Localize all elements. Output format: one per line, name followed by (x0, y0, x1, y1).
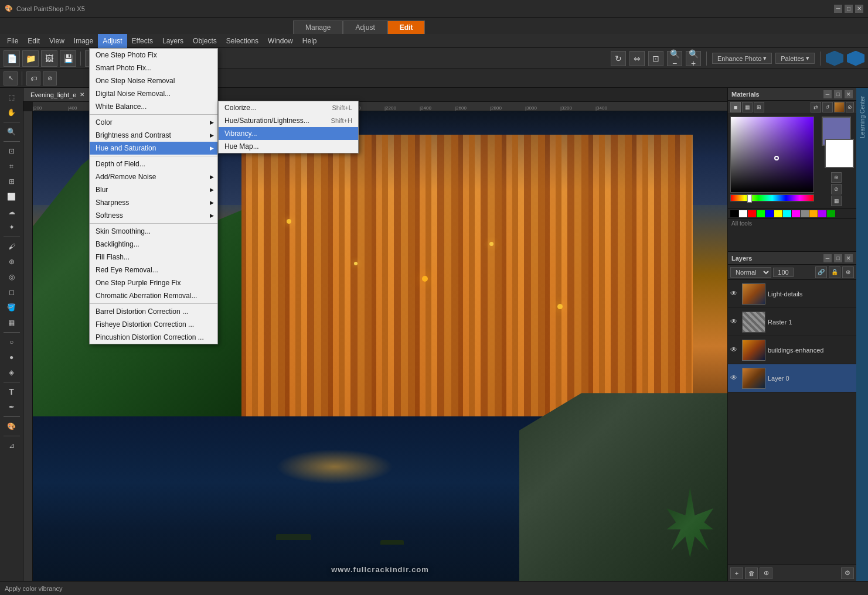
tool-dodge[interactable]: ○ (3, 335, 21, 349)
layer-row-layer0[interactable]: 👁 Layer 0 (728, 364, 856, 392)
canvas-tab-active[interactable]: Evening_light_e ✕ (23, 88, 92, 101)
tool-text[interactable]: T (3, 385, 21, 399)
palette-magenta[interactable] (792, 210, 800, 217)
tool-pan[interactable]: ✋ (3, 105, 21, 119)
hue-slider[interactable] (730, 194, 814, 201)
link-layers-btn[interactable]: 🔗 (815, 266, 827, 278)
menu-view[interactable]: View (45, 34, 69, 48)
palette-yellow[interactable] (774, 210, 782, 217)
tool-fill[interactable]: 🪣 (3, 300, 21, 314)
layer-eye-layer0[interactable]: 👁 (730, 374, 740, 383)
color-solid-btn[interactable]: ■ (730, 102, 741, 112)
tool-magic-wand[interactable]: ✦ (3, 220, 21, 234)
layer-eye-raster1[interactable]: 👁 (730, 317, 740, 327)
transparent-btn[interactable]: ⊘ (846, 102, 854, 112)
color-gradient-box[interactable] (730, 117, 814, 206)
lc-icon-2[interactable] (847, 51, 864, 66)
adj-add-remove-noise[interactable]: Add/Remove Noise (90, 170, 217, 183)
color-pattern-btn[interactable]: ⊞ (754, 102, 764, 112)
zoom-in-btn[interactable]: 🔍+ (686, 51, 701, 66)
tool-heal[interactable]: ◎ (3, 270, 21, 284)
tool-clone[interactable]: ⊕ (3, 255, 21, 269)
layer-settings-btn[interactable]: ⚙ (841, 567, 854, 579)
adj-fill-flash[interactable]: Fill Flash... (90, 251, 217, 264)
tool-select[interactable]: ⬚ (3, 90, 21, 104)
layers-detach-btn[interactable]: □ (834, 254, 842, 262)
zoom-out-btn[interactable]: 🔍− (667, 51, 682, 66)
adj-purple-fringe[interactable]: One Step Purple Fringe Fix (90, 276, 217, 289)
swap-colors-btn[interactable]: ⇄ (811, 102, 821, 112)
color-gradient-btn[interactable]: ▦ (742, 102, 753, 112)
tool-freehand[interactable]: ☁ (3, 205, 21, 219)
adj-softness[interactable]: Softness (90, 209, 217, 222)
menu-selections[interactable]: Selections (222, 34, 263, 48)
sub-colorize[interactable]: Colorize... Shift+L (219, 101, 358, 114)
clear-tag-btn[interactable]: ⊘ (43, 71, 57, 86)
palette-red[interactable] (748, 210, 756, 217)
background-color-swatch[interactable] (825, 139, 854, 168)
adj-barrel[interactable]: Barrel Distortion Correction ... (90, 305, 217, 318)
layer-eye-light-details[interactable]: 👁 (730, 289, 740, 299)
palette-white[interactable] (739, 210, 747, 217)
lc-icon-1[interactable] (826, 51, 843, 66)
resize-btn[interactable]: ⊡ (648, 51, 663, 66)
menu-image[interactable]: Image (69, 34, 98, 48)
menu-objects[interactable]: Objects (188, 34, 222, 48)
palette-gray[interactable] (801, 210, 809, 217)
layer-row-raster1[interactable]: 👁 Raster 1 (728, 308, 856, 336)
tool-gradient[interactable]: ▦ (3, 316, 21, 330)
adj-brightness-contrast[interactable]: Brightness and Contrast (90, 129, 217, 142)
tool-zoom[interactable]: 🔍 (3, 125, 21, 139)
layers-minimize-btn[interactable]: ─ (823, 254, 832, 262)
menu-help[interactable]: Help (298, 34, 322, 48)
canvas-close-icon[interactable]: ✕ (80, 91, 84, 98)
tool-sharpen[interactable]: ◈ (3, 365, 21, 379)
all-tools-btn[interactable]: ▦ (831, 196, 842, 206)
menu-adjust[interactable]: Adjust (98, 34, 127, 48)
reset-colors-btn[interactable]: ↺ (822, 102, 833, 112)
new-btn[interactable]: 📄 (4, 50, 20, 67)
materials-close-btn[interactable]: ✕ (845, 90, 853, 98)
tool-paint[interactable]: 🖌 (3, 240, 21, 254)
rotate-btn[interactable]: ↻ (611, 51, 626, 66)
adj-skin-smoothing[interactable]: Skin Smoothing... (90, 225, 217, 238)
merge-layers-btn[interactable]: ⊕ (760, 567, 772, 579)
adj-smart-photo-fix[interactable]: Smart Photo Fix... (90, 61, 217, 74)
tool-perspective[interactable]: ⊞ (3, 175, 21, 189)
adj-red-eye[interactable]: Red Eye Removal... (90, 264, 217, 276)
layer-row-buildings[interactable]: 👁 buildings-enhanced (728, 336, 856, 364)
adj-color[interactable]: Color (90, 116, 217, 129)
menu-effects[interactable]: Effects (127, 34, 158, 48)
adj-one-step-noise[interactable]: One Step Noise Removal (90, 74, 217, 87)
adj-one-step-photo-fix[interactable]: One Step Photo Fix (90, 49, 217, 61)
adj-chromatic[interactable]: Chromatic Aberration Removal... (90, 289, 217, 302)
tool-crop[interactable]: ⊡ (3, 144, 21, 158)
browse-btn[interactable]: 🖼 (41, 50, 57, 67)
adj-blur[interactable]: Blur (90, 183, 217, 196)
blend-mode-select[interactable]: Normal Multiply Screen Overlay (730, 267, 771, 278)
new-layer-btn[interactable]: + (730, 567, 743, 579)
save-btn[interactable]: 💾 (60, 50, 76, 67)
adj-pincushion[interactable]: Pincushion Distortion Correction ... (90, 331, 217, 344)
close-btn[interactable]: ✕ (855, 5, 863, 13)
sub-hue-saturation-lightness[interactable]: Hue/Saturation/Lightness... Shift+H (219, 114, 358, 127)
tag-btn[interactable]: 🏷 (26, 71, 40, 86)
layer-eye-buildings[interactable]: 👁 (730, 346, 740, 355)
delete-layer-btn[interactable]: 🗑 (745, 567, 758, 579)
layer-row-light-details[interactable]: 👁 Light-details (728, 280, 856, 308)
tool-straighten[interactable]: ⌗ (3, 159, 21, 173)
menu-file[interactable]: File (2, 34, 23, 48)
layer-fx-btn[interactable]: ⊛ (842, 266, 854, 278)
adj-white-balance[interactable]: White Balance... (90, 100, 217, 113)
sub-hue-map[interactable]: Hue Map... (219, 140, 358, 153)
adj-digital-noise[interactable]: Digital Noise Removal... (90, 87, 217, 100)
tool-arrow-btn[interactable]: ↖ (4, 71, 18, 86)
color-eraser-btn[interactable]: ⊘ (831, 184, 842, 194)
opacity-input[interactable] (773, 268, 794, 277)
eyedropper-btn[interactable]: ⊕ (831, 172, 842, 183)
tool-color-replace[interactable]: 🎨 (3, 419, 21, 433)
open-btn[interactable]: 📁 (22, 50, 39, 67)
adj-fisheye[interactable]: Fisheye Distortion Correction ... (90, 318, 217, 331)
palette-black[interactable] (730, 210, 738, 217)
maximize-btn[interactable]: □ (845, 5, 853, 13)
